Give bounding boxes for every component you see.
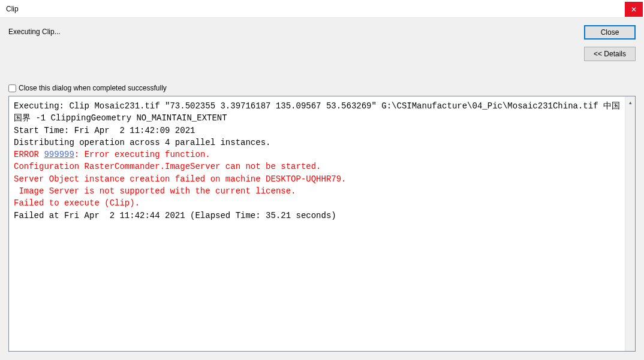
scroll-up-arrow-icon[interactable]: ▴ — [627, 99, 634, 106]
log-output[interactable]: Executing: Clip Mosaic231.tif "73.502355… — [9, 96, 625, 351]
details-button[interactable]: << Details — [584, 47, 636, 61]
auto-close-checkbox[interactable] — [8, 84, 16, 92]
log-line-error: ERROR 999999: Error executing function. — [14, 149, 620, 161]
auto-close-label[interactable]: Close this dialog when completed success… — [19, 84, 167, 92]
window-close-button[interactable]: ✕ — [625, 2, 643, 17]
top-row: Executing Clip... Close << Details — [8, 25, 636, 61]
log-line: Executing: Clip Mosaic231.tif "73.502355… — [14, 100, 620, 125]
log-line-error: Configuration RasterCommander.ImageServe… — [14, 161, 620, 173]
log-line-error: Failed to execute (Clip). — [14, 197, 620, 209]
log-line-error: Server Object instance creation failed o… — [14, 173, 620, 185]
close-button[interactable]: Close — [584, 25, 636, 40]
scrollbar[interactable]: ▴ — [625, 96, 635, 351]
dialog-content: Executing Clip... Close << Details Close… — [0, 18, 644, 360]
log-panel: Executing: Clip Mosaic231.tif "73.502355… — [8, 96, 636, 352]
error-suffix: : Error executing function. — [74, 150, 210, 159]
log-line: Start Time: Fri Apr 2 11:42:09 2021 — [14, 125, 620, 137]
log-line-error: Image Server is not supported with the c… — [14, 185, 620, 197]
error-prefix: ERROR — [14, 150, 44, 159]
window-titlebar: Clip ✕ — [0, 0, 644, 18]
buttons-column: Close << Details — [584, 25, 636, 61]
close-icon: ✕ — [631, 5, 637, 14]
status-label: Executing Clip... — [8, 25, 61, 36]
error-code-link[interactable]: 999999 — [44, 150, 74, 159]
log-line: Distributing operation across 4 parallel… — [14, 137, 620, 149]
log-line: Failed at Fri Apr 2 11:42:44 2021 (Elaps… — [14, 210, 620, 222]
auto-close-checkbox-row: Close this dialog when completed success… — [8, 84, 636, 92]
window-title: Clip — [0, 5, 19, 13]
